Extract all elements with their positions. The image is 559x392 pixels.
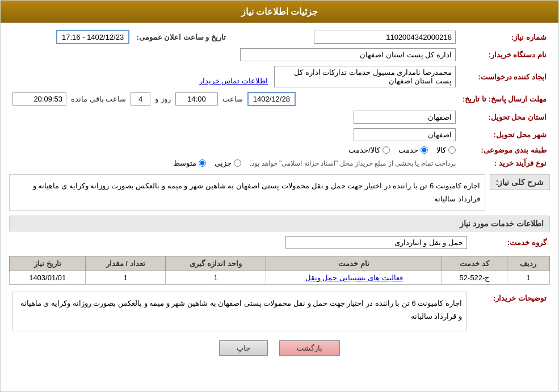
shahr-value: اصفهان [9,126,459,144]
ijad-display: محمدرضا نامداری مسیول خدمات تدارکات ادار… [274,66,456,87]
col-vahed: واحد اندازه گیری [165,256,266,271]
print-button[interactable]: چاپ [219,340,268,356]
mohlat-baqi-display: 20:09:53 [12,92,66,106]
row-name[interactable]: فعالیت های پشتیبانی حمل ونقل [266,271,442,284]
row-code: ج-522-52 [442,271,507,284]
sharh-text: اجاره کامیونت 6 تن با راننده در اختیار ج… [9,174,485,211]
tozihat-cell: اجاره کامیونت 6 تن با راننده در اختیار ج… [9,289,470,334]
buttons-row: بازگشت چاپ [9,340,550,356]
tarikh-elan-label: تاریخ و ساعت اعلان عمومی: [133,28,229,46]
table-row: 1 ج-522-52 فعالیت های پشتیبانی حمل ونقل … [10,271,550,284]
shomara-niaz-display: 1102004342000218 [314,31,456,44]
row-tedad: 1 [86,271,166,284]
radio-jozvi[interactable]: جزیی [215,159,241,167]
col-code: کد خدمت [442,256,507,271]
ostan-display: اصفهان [354,111,456,124]
sharh-section-title: شرح کلی نیاز: [490,174,550,190]
row-tarikh: 1403/01/01 [10,271,86,284]
tabaghe-label: طبقه بندی موضوعی: [459,144,550,157]
ijad-value: محمدرضا نامداری مسیول خدمات تدارکات ادار… [9,64,459,90]
farayand-notice: پرداخت تمام یا بخشی از مبلغ خریداز محل "… [250,159,456,167]
back-button[interactable]: بازگشت [279,340,340,356]
noe-farayand-value: متوسط جزیی پرداخت تمام یا بخشی از مبلغ خ… [9,157,459,170]
radio-khedmat[interactable]: خدمت [398,146,428,154]
radio-khedmat-label: خدمت [398,146,418,154]
radio-motavaset-label: متوسط [173,159,196,167]
nam-dasgah-display: اداره کل پست استان اصفهان [240,48,456,61]
mohlat-rooz-label: روز و [155,95,171,103]
mohlat-saat-label: ساعت [222,95,243,103]
page-title: جزئیات اطلاعات نیاز [241,7,318,16]
page-header: جزئیات اطلاعات نیاز [1,1,558,23]
noe-farayand-label: نوع فرآیند خرید : [459,157,550,170]
radio-kala-khedmat[interactable]: کالا/خدمت [348,146,390,154]
mohlat-baqi-label: ساعت باقی مانده [71,95,126,103]
gorohe-value: حمل و نقل و انبارداری [9,234,470,251]
gorohe-display: حمل و نقل و انبارداری [285,236,467,249]
shomara-niaz-label: شماره نیاز: [459,28,550,46]
radio-kala[interactable]: کالا [436,146,456,154]
radio-motavaset[interactable]: متوسط [173,159,206,167]
gorohe-label: گروه خدمت: [470,234,550,251]
nam-dasgah-value: اداره کل پست استان اصفهان [9,46,459,64]
nam-dasgah-label: نام دستگاه خریدار: [459,46,550,64]
ostan-value: اصفهان [9,108,459,126]
mohlat-row: 20:09:53 ساعت باقی مانده 4 روز و 14:00 س… [9,90,459,108]
row-vahed: 1 [165,271,266,284]
gorohe-khedmat-table: گروه خدمت: حمل و نقل و انبارداری [9,234,550,251]
col-radif: ردیف [507,256,549,271]
row-radif: 1 [507,271,549,284]
radio-kala-khedmat-label: کالا/خدمت [348,146,380,154]
tozihat-label: توضیحات خریدار: [470,289,550,334]
radio-jozvi-label: جزیی [215,159,232,167]
mohlat-label: مهلت ارسال پاسخ: تا تاریخ: [459,90,550,108]
mohlat-rooz-display: 4 [131,92,150,106]
col-tedad: تعداد / مقدار [86,256,166,271]
ostan-label: استان محل تحویل: [459,108,550,126]
khadamat-table: ردیف کد خدمت نام خدمت واحد اندازه گیری ت… [9,256,550,285]
mohlat-date-display: 1402/12/28 [247,92,296,106]
tozihat-text: اجاره کامیونت 6 تن با راننده در اختیار ج… [12,292,467,331]
shahr-label: شهر محل تحویل: [459,126,550,144]
tarikh-elan-display: 1402/12/23 - 17:16 [56,30,129,44]
tarikh-elan-value: 1402/12/23 - 17:16 [9,28,133,46]
col-name: نام خدمت [266,256,442,271]
radio-kala-label: کالا [436,146,446,154]
tozihat-table: توضیحات خریدار: اجاره کامیونت 6 تن با را… [9,289,550,334]
khadamat-section-title: اطلاعات خدمات مورد نیاز [9,216,550,231]
shomara-niaz-value: 1102004342000218 [229,28,459,46]
col-tarikh: تاریخ نیاز [10,256,86,271]
ijad-label: ایجاد کننده درخواست: [459,64,550,90]
mohlat-saat-display: 14:00 [175,92,218,106]
tabaghe-value: کالا/خدمت خدمت کالا [9,144,459,157]
shahr-display: اصفهان [354,128,456,141]
ijad-link[interactable]: اطلاعات تماس خریدار [199,77,268,85]
main-info-table: شماره نیاز: 1102004342000218 تاریخ و ساع… [9,28,550,170]
